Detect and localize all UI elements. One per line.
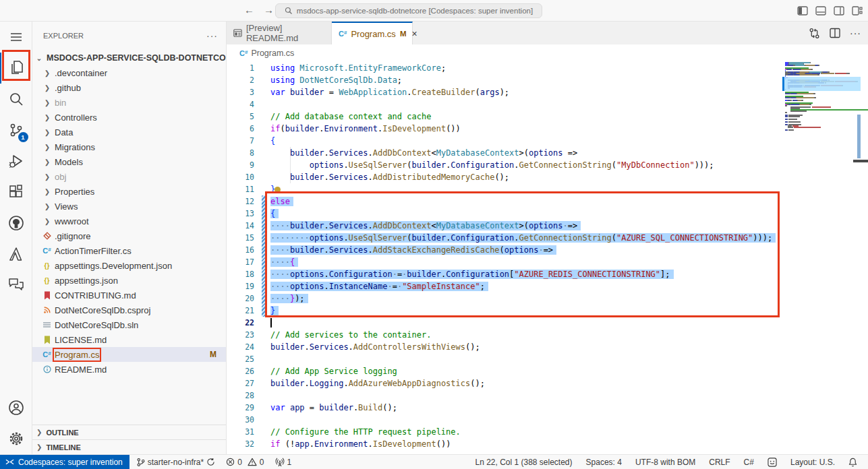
code-line[interactable]: 16····builder.Services.AddStackExchangeR… [227,244,782,256]
toggle-sidebar-icon[interactable] [797,5,808,16]
customize-layout-icon[interactable] [852,5,863,16]
close-tab-icon[interactable]: × [411,28,417,39]
tree-folder-properties[interactable]: ❯Properties [32,184,226,199]
tree-file--gitignore[interactable]: .gitignore [32,228,226,243]
timeline-section-header[interactable]: ❯ TIMELINE [32,439,226,454]
code-line[interactable]: 32if (!app.Environment.IsDevelopment()) [227,438,782,450]
code-line[interactable]: 31// Configure the HTTP request pipeline… [227,426,782,438]
tab-program-cs[interactable]: C# Program.cs M × [332,22,413,44]
minimap[interactable] [782,62,861,454]
code-line[interactable]: 2using DotNetCoreSqlDb.Data; [227,74,782,86]
code-line[interactable]: 6if(builder.Environment.IsDevelopment()) [227,123,782,135]
code-line[interactable]: 23// Add services to the container. [227,329,782,341]
tree-file-appsettings-json[interactable]: {}appsettings.json [32,273,226,288]
code-line[interactable]: 3var builder = WebApplication.CreateBuil… [227,86,782,98]
code-line[interactable]: 17····{ [227,256,782,268]
tree-folder-controllers[interactable]: ❯Controllers [32,110,226,125]
tree-folder--devcontainer[interactable]: ❯.devcontainer [32,65,226,80]
sidebar-item-github[interactable] [0,208,32,239]
code-line[interactable]: 8 builder.Services.AddDbContext<MyDataba… [227,147,782,159]
line-col-status[interactable]: Ln 22, Col 1 (388 selected) [471,455,576,469]
sidebar-item-source-control[interactable]: 1 [0,115,32,146]
branch-status[interactable]: starter-no-infra* [132,455,219,469]
sidebar-item-extensions[interactable] [0,177,32,208]
code-line[interactable]: 22 [227,317,782,329]
open-changes-icon[interactable] [809,28,820,39]
code-line[interactable]: 19····options.InstanceName·=·"SampleInst… [227,280,782,292]
code-line[interactable]: 29var app = builder.Build(); [227,402,782,414]
code-line[interactable]: 24builder.Services.AddControllersWithVie… [227,341,782,353]
code-line[interactable]: 1using Microsoft.EntityFrameworkCore; [227,62,782,74]
tree-file-readme-md[interactable]: README.md [32,362,226,377]
encoding-status[interactable]: UTF-8 with BOM [631,455,699,469]
settings-button[interactable] [0,423,32,454]
tree-file-contributing-md[interactable]: CONTRIBUTING.md [32,288,226,303]
more-actions-icon[interactable]: ··· [850,28,861,38]
code-line[interactable]: 4 [227,98,782,111]
code-line[interactable]: 27builder.Logging.AddAzureWebAppDiagnost… [227,377,782,389]
tree-folder-migrations[interactable]: ❯Migrations [32,139,226,154]
toggle-panel-icon[interactable] [815,5,826,16]
chevron-right-icon: ❯ [36,429,42,436]
outline-section-header[interactable]: ❯ OUTLINE [32,425,226,439]
eol-status[interactable]: CRLF [705,455,734,469]
split-editor-icon[interactable] [830,28,840,38]
code-line[interactable]: 11} [227,183,782,195]
code-line[interactable]: 25 [227,353,782,365]
tree-file-actiontimerfilter-cs[interactable]: C#ActionTimerFilter.cs [32,243,226,258]
code-line[interactable]: 18····options.Configuration·=·builder.Co… [227,268,782,280]
tree-folder-bin[interactable]: ❯bin [32,95,226,110]
tree-file-dotnetcoresqldb-sln[interactable]: DotNetCoreSqlDb.sln [32,317,226,332]
scrollbar-slider[interactable] [857,115,861,158]
code-line[interactable]: 10 builder.Services.AddDistributedMemory… [227,171,782,183]
account-button[interactable] [0,392,32,423]
code-line[interactable]: 7{ [227,135,782,147]
sidebar-item-search[interactable] [0,84,32,115]
tree-file-dotnetcoresqldb-csproj[interactable]: DotNetCoreSqlDb.csproj [32,303,226,317]
back-arrow-icon[interactable]: ← [244,4,254,15]
notifications-bell-icon[interactable] [844,455,861,469]
code-line[interactable]: 12else [227,195,782,208]
code-line[interactable]: 20····}); [227,292,782,305]
tree-root-folder[interactable]: ⌄MSDOCS-APP-SERVICE-SQLDB-DOTNETCOR... [32,51,226,65]
code-line[interactable]: 26// Add App Service logging [227,365,782,377]
command-center-search[interactable]: msdocs-app-service-sqldb-dotnetcore [Cod… [275,3,542,18]
code-line[interactable]: 13{ [227,208,782,220]
indentation-status[interactable]: Spaces: 4 [582,455,626,469]
toggle-secondary-sidebar-icon[interactable] [834,5,844,16]
tree-folder-wwwroot[interactable]: ❯wwwroot [32,214,226,228]
remote-indicator[interactable]: Codespaces: super invention [0,455,129,469]
forward-arrow-icon[interactable]: → [264,4,274,15]
sidebar-item-azure[interactable] [0,239,32,270]
menu-button[interactable] [0,22,32,53]
code-line[interactable]: 14····builder.Services.AddDbContext<MyDa… [227,220,782,232]
tree-folder-views[interactable]: ❯Views [32,199,226,214]
code-line[interactable]: 5// Add database context and cache [227,111,782,123]
feedback-smiley-icon[interactable] [763,455,781,469]
code-line[interactable]: 30 [227,414,782,426]
ports-status[interactable]: 1 [271,455,296,469]
code-line[interactable]: 21} [227,305,782,317]
tree-file-license-md[interactable]: LICENSE.md [32,332,226,347]
sidebar-item-chat[interactable] [0,270,32,301]
tab-readme-preview[interactable]: [Preview] README.md [227,22,332,44]
tree-folder--github[interactable]: ❯.github [32,80,226,95]
tree-file-program-cs[interactable]: C#Program.csM [32,347,226,362]
explorer-more-actions-icon[interactable]: ··· [206,30,218,41]
tree-folder-data[interactable]: ❯Data [32,125,226,139]
language-mode-status[interactable]: C# [740,455,758,469]
tree-folder-obj[interactable]: ❯obj [32,169,226,184]
code-lines[interactable]: 1using Microsoft.EntityFrameworkCore;2us… [227,62,782,450]
tree-file-appsettings-development-json[interactable]: {}appsettings.Development.json [32,258,226,273]
keyboard-layout-status[interactable]: Layout: U.S. [786,455,839,469]
code-editor[interactable]: 1using Microsoft.EntityFrameworkCore;2us… [227,62,868,454]
sidebar-item-explorer[interactable] [0,53,32,84]
problems-status[interactable]: 0 0 [222,455,268,469]
tree-folder-models[interactable]: ❯Models [32,154,226,169]
code-line[interactable]: 9 options.UseSqlServer(builder.Configura… [227,159,782,171]
sidebar-item-run-debug[interactable] [0,146,32,177]
code-line[interactable]: 15········options.UseSqlServer(builder.C… [227,232,782,244]
code-line[interactable]: 28 [227,389,782,402]
breadcrumb[interactable]: C# Program.cs [227,44,868,62]
title-bar: ← → msdocs-app-service-sqldb-dotnetcore … [0,0,868,22]
